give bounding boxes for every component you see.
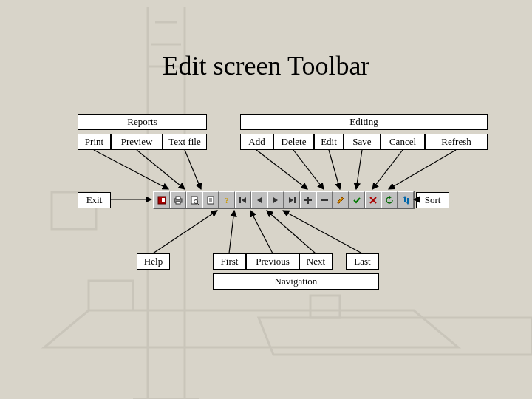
refresh-icon[interactable] — [381, 191, 398, 208]
svg-rect-22 — [321, 200, 328, 201]
svg-marker-16 — [257, 197, 262, 203]
svg-marker-17 — [273, 197, 278, 203]
label-delete: Delete — [273, 134, 314, 150]
label-previous: Previous — [246, 253, 299, 270]
last-icon[interactable] — [284, 191, 300, 208]
label-first: First — [213, 253, 246, 270]
label-add: Add — [240, 134, 273, 150]
svg-line-33 — [137, 150, 185, 189]
cancel-icon[interactable] — [365, 191, 381, 208]
label-edit: Edit — [314, 134, 344, 150]
label-next: Next — [299, 253, 332, 270]
label-help: Help — [137, 253, 170, 270]
sort-icon[interactable] — [398, 191, 414, 208]
toolbar: ? — [153, 191, 415, 209]
svg-line-34 — [185, 150, 201, 189]
svg-line-38 — [356, 150, 362, 189]
svg-rect-21 — [304, 200, 312, 201]
svg-marker-27 — [403, 196, 406, 198]
next-icon[interactable] — [267, 191, 284, 208]
svg-line-32 — [94, 150, 168, 189]
edit-icon[interactable] — [332, 191, 349, 208]
svg-rect-0 — [310, 296, 340, 318]
svg-rect-4 — [176, 197, 180, 200]
preview-icon[interactable] — [186, 191, 202, 208]
svg-rect-14 — [239, 197, 241, 203]
svg-line-43 — [153, 211, 217, 253]
label-exit: Exit — [78, 192, 111, 208]
group-navigation: Navigation — [213, 273, 379, 290]
label-sort: Sort — [416, 192, 449, 208]
svg-line-39 — [372, 150, 403, 189]
svg-rect-28 — [404, 198, 406, 202]
svg-rect-30 — [407, 198, 409, 202]
svg-rect-5 — [176, 202, 180, 204]
label-refresh: Refresh — [425, 134, 488, 150]
svg-marker-26 — [389, 196, 392, 199]
svg-line-40 — [389, 150, 456, 189]
svg-line-47 — [283, 211, 362, 253]
label-last: Last — [346, 253, 379, 270]
help-icon[interactable]: ? — [219, 191, 235, 208]
svg-rect-19 — [294, 197, 296, 203]
svg-rect-2 — [162, 198, 165, 202]
label-textfile: Text file — [163, 134, 207, 150]
page-title: Edit screen Toolbar — [0, 50, 532, 81]
delete-icon[interactable] — [316, 191, 332, 208]
first-icon[interactable] — [235, 191, 251, 208]
label-preview: Preview — [111, 134, 163, 150]
label-cancel: Cancel — [381, 134, 425, 150]
svg-line-44 — [229, 211, 234, 253]
svg-line-8 — [197, 203, 199, 205]
group-reports: Reports — [78, 114, 207, 130]
svg-line-46 — [267, 211, 316, 253]
svg-marker-18 — [289, 197, 293, 203]
save-icon[interactable] — [349, 191, 365, 208]
exit-icon[interactable] — [154, 191, 170, 208]
svg-line-35 — [256, 150, 307, 189]
previous-icon[interactable] — [251, 191, 267, 208]
svg-line-36 — [293, 150, 324, 189]
svg-marker-23 — [338, 197, 344, 203]
print-icon[interactable] — [170, 191, 186, 208]
svg-text:?: ? — [225, 196, 229, 205]
svg-marker-29 — [406, 202, 409, 205]
label-save: Save — [344, 134, 381, 150]
svg-line-37 — [329, 150, 340, 189]
group-editing: Editing — [240, 114, 488, 130]
textfile-icon[interactable] — [202, 191, 219, 208]
svg-marker-15 — [242, 197, 246, 203]
svg-line-45 — [250, 211, 273, 253]
add-icon[interactable] — [300, 191, 316, 208]
label-print: Print — [78, 134, 111, 150]
